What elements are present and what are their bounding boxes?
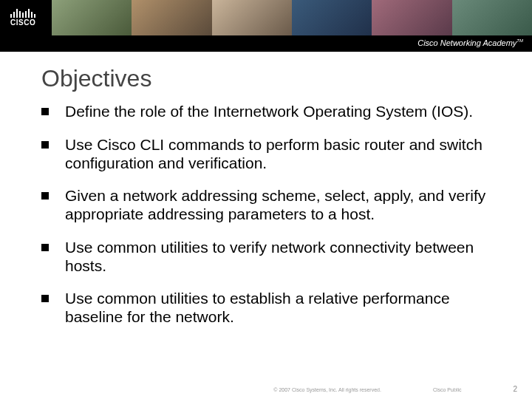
list-item: Use common utilities to establish a rela… [41,290,495,327]
objective-text: Use common utilities to establish a rela… [65,290,495,327]
trademark: TM [516,38,523,43]
academy-label: Cisco Networking AcademyTM [417,38,523,47]
cisco-logo-text: CISCO [10,18,35,27]
page-number: 2 [513,385,517,393]
page-title: Objectives [41,65,495,92]
slide-header: CISCO Cisco Networking AcademyTM [0,0,532,52]
list-item: Use Cisco CLI commands to perform basic … [41,136,495,173]
cisco-logo: CISCO [10,7,35,27]
classification-text: Cisco Public [433,387,462,392]
list-item: Define the role of the Internetwork Oper… [41,103,495,121]
objective-text: Use common utilities to verify network c… [65,239,495,276]
objective-text: Define the role of the Internetwork Oper… [65,103,473,121]
list-item: Use common utilities to verify network c… [41,239,495,276]
bullet-icon [41,192,49,200]
bullet-icon [41,295,49,302]
slide-footer: © 2007 Cisco Systems, Inc. All rights re… [0,385,532,393]
objective-text: Use Cisco CLI commands to perform basic … [65,136,495,173]
slide-content: Objectives Define the role of the Intern… [0,52,532,327]
bullet-icon [41,108,49,115]
academy-text: Cisco Networking Academy [417,38,516,47]
bullet-icon [41,244,49,251]
list-item: Given a network addressing scheme, selec… [41,187,495,224]
cisco-bridge-icon [10,7,35,18]
copyright-text: © 2007 Cisco Systems, Inc. All rights re… [273,387,381,392]
slide: CISCO Cisco Networking AcademyTM Objecti… [0,0,532,399]
objectives-list: Define the role of the Internetwork Oper… [41,103,495,327]
header-photo-strip [52,0,532,35]
bullet-icon [41,141,49,149]
objective-text: Given a network addressing scheme, selec… [65,187,495,224]
